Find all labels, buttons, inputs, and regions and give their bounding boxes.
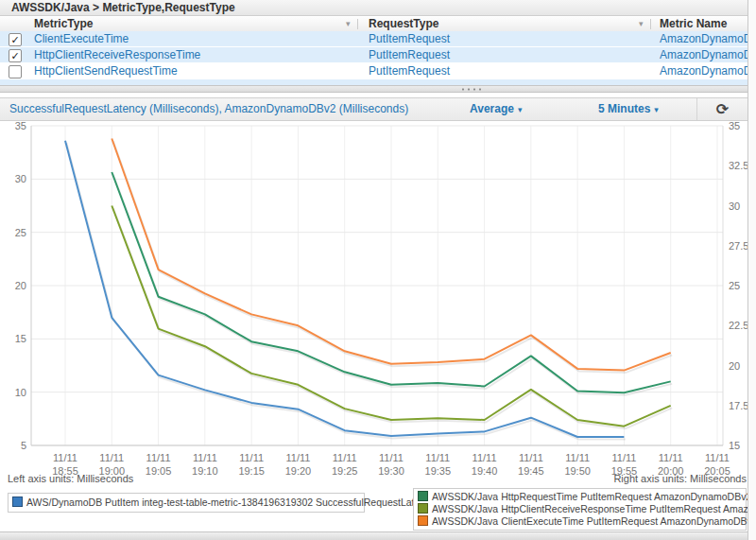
- legend-label: AWSSDK/Java HttpClientReceiveResponseTim…: [432, 503, 756, 514]
- legend-label: AWSSDK/Java HttpRequestTime PutItemReque…: [432, 491, 751, 502]
- row-checkbox[interactable]: [9, 65, 22, 78]
- row-checkbox[interactable]: ✓: [9, 33, 22, 46]
- legend-swatch-icon: [418, 491, 428, 501]
- table-row[interactable]: HttpClientSendRequestTime PutItemRequest…: [0, 63, 747, 79]
- cell-request-type[interactable]: PutItemRequest: [369, 31, 450, 47]
- drag-handle-icon: [460, 88, 481, 91]
- right-axis-units-label: Right axis units: Milliseconds: [0, 473, 747, 484]
- x-axis-date-label: 11/11: [239, 452, 264, 463]
- legend-right-axis: AWSSDK/Java HttpRequestTime PutItemReque…: [413, 488, 747, 531]
- table-column-headers: MetricType ▾ RequestType ▾ Metric Name: [0, 17, 747, 32]
- right-axis-tick-label: 25: [729, 280, 740, 291]
- cell-metric-type[interactable]: ClientExecuteTime: [34, 31, 129, 47]
- breadcrumb: AWSSDK/Java > MetricType,RequestType: [0, 0, 747, 16]
- cell-metric-name[interactable]: AmazonDynamoDBv2: [660, 31, 756, 47]
- column-header-requesttype[interactable]: RequestType: [369, 17, 438, 31]
- legend-label: AWSSDK/Java ClientExecuteTime PutItemReq…: [432, 515, 756, 527]
- table-row[interactable]: ✓ ClientExecuteTime PutItemRequest Amazo…: [0, 31, 747, 47]
- legend-item: AWS/DynamoDB PutItem integ-test-table-me…: [9, 496, 364, 509]
- chevron-down-icon: ▾: [654, 105, 659, 114]
- right-axis-tick-label: 30: [729, 200, 740, 212]
- right-axis-tick-label: 22.5: [729, 320, 748, 331]
- legend-swatch-icon: [12, 496, 23, 507]
- x-axis-date-label: 11/11: [53, 452, 77, 463]
- column-header-metrictype[interactable]: MetricType: [34, 17, 93, 31]
- x-axis-date-label: 11/11: [99, 452, 124, 463]
- scrollbar-track[interactable]: [747, 0, 756, 540]
- right-axis-tick-label: 35: [729, 121, 740, 131]
- cell-metric-type[interactable]: HttpClientReceiveResponseTime: [34, 47, 200, 63]
- left-axis-tick-label: 25: [15, 227, 26, 238]
- x-axis-date-label: 11/11: [379, 452, 404, 463]
- column-divider: [650, 19, 651, 29]
- column-divider: [357, 19, 358, 29]
- x-axis-date-label: 11/11: [472, 452, 497, 463]
- period-dropdown-label: 5 Minutes: [598, 102, 650, 115]
- chevron-down-icon: ▾: [518, 105, 523, 114]
- left-axis-tick-label: 30: [15, 173, 26, 184]
- chart-title: SuccessfulRequestLatency (Milliseconds),…: [9, 98, 408, 120]
- x-axis-date-label: 11/11: [146, 452, 171, 463]
- statistic-dropdown[interactable]: Average▾: [470, 98, 522, 121]
- left-axis-tick-label: 5: [21, 440, 26, 451]
- row-checkbox[interactable]: ✓: [9, 49, 22, 62]
- x-axis-date-label: 11/11: [705, 452, 730, 463]
- right-axis-tick-label: 20: [729, 360, 740, 372]
- cell-request-type[interactable]: PutItemRequest: [369, 63, 450, 79]
- left-axis-tick-label: 10: [15, 387, 26, 398]
- column-header-metricname[interactable]: Metric Name: [660, 17, 727, 31]
- bottom-panel-bar: [0, 531, 747, 540]
- legend-item: AWSSDK/Java HttpClientReceiveResponseTim…: [414, 503, 746, 515]
- x-axis-date-label: 11/11: [659, 452, 683, 463]
- series-shadow: [67, 143, 626, 439]
- refresh-icon: ⟳: [716, 101, 729, 117]
- right-axis-tick-label: 17.5: [729, 400, 748, 411]
- x-axis-date-label: 11/11: [519, 452, 543, 463]
- cell-metric-name[interactable]: AmazonDynamoDBv2: [660, 47, 756, 63]
- chart-header: SuccessfulRequestLatency (Milliseconds),…: [0, 97, 747, 121]
- x-axis-date-label: 11/11: [333, 452, 357, 463]
- x-axis-date-label: 11/11: [611, 452, 636, 463]
- cell-metric-name[interactable]: AmazonDynamoDBv2: [660, 63, 756, 79]
- sort-arrow-icon[interactable]: ▾: [346, 17, 351, 31]
- x-axis-date-label: 11/11: [425, 452, 450, 463]
- statistic-dropdown-label: Average: [470, 102, 514, 115]
- series-shadow: [113, 208, 672, 428]
- left-axis-tick-label: 35: [15, 121, 26, 131]
- legend-item: AWSSDK/Java HttpRequestTime PutItemReque…: [414, 491, 746, 503]
- legend-swatch-icon: [418, 503, 428, 514]
- legend-swatch-icon: [418, 515, 428, 526]
- panel-resize-splitter[interactable]: [0, 85, 747, 93]
- legend-label: AWS/DynamoDB PutItem integ-test-table-me…: [26, 496, 436, 508]
- sort-arrow-icon[interactable]: ▾: [639, 17, 644, 31]
- series-shadow: [113, 141, 672, 373]
- left-axis-tick-label: 20: [15, 280, 26, 291]
- table-row[interactable]: ✓ HttpClientReceiveResponseTime PutItemR…: [0, 47, 747, 63]
- x-axis-date-label: 11/11: [565, 452, 590, 463]
- right-axis-tick-label: 27.5: [729, 240, 748, 252]
- x-axis-date-label: 11/11: [193, 452, 217, 463]
- right-axis-tick-label: 15: [729, 440, 740, 451]
- cell-request-type[interactable]: PutItemRequest: [369, 47, 450, 63]
- cell-metric-type[interactable]: HttpClientSendRequestTime: [34, 63, 178, 79]
- latency-line-chart[interactable]: 51015202530351517.52022.52527.53032.5351…: [0, 121, 756, 480]
- legend-left-axis: AWS/DynamoDB PutItem integ-test-table-me…: [8, 493, 365, 513]
- period-dropdown[interactable]: 5 Minutes▾: [598, 98, 659, 121]
- legend-item: AWSSDK/Java ClientExecuteTime PutItemReq…: [414, 515, 746, 528]
- left-axis-tick-label: 15: [15, 333, 26, 344]
- right-axis-tick-label: 32.5: [729, 160, 748, 171]
- refresh-button[interactable]: ⟳: [696, 98, 747, 120]
- series-shadow: [113, 175, 672, 395]
- x-axis-date-label: 11/11: [285, 452, 310, 463]
